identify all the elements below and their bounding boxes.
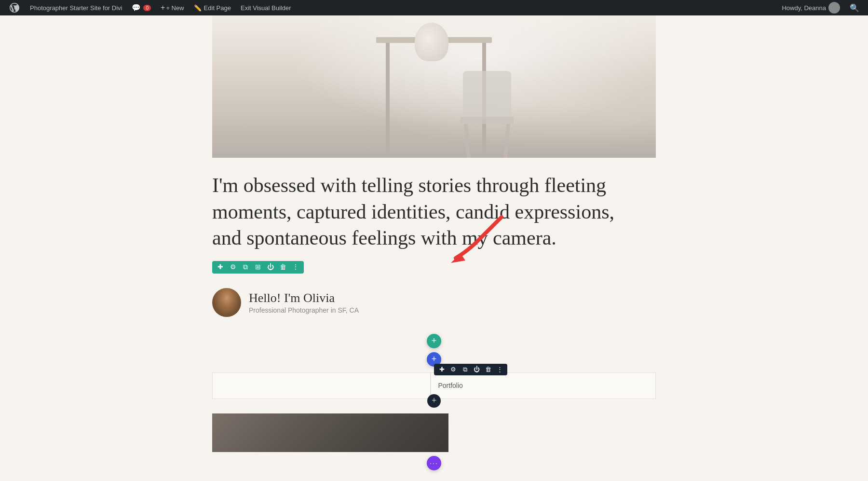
portfolio-text: Portfolio [438,382,463,389]
table-leg-left [386,43,390,158]
portfolio-left-cell [212,372,431,399]
portfolio-row-container: ✚ ⚙ ⧉ ⏻ 🗑 ⋮ Portfolio + [212,372,656,399]
new-label: + New [166,4,184,12]
user-avatar-small [828,2,840,14]
edit-page-button[interactable]: ✏️ Edit Page [189,0,236,15]
chair [458,71,516,158]
chair-back [463,71,511,119]
author-bio: Hello! I'm Olivia Professional Photograp… [212,288,656,317]
author-avatar-image [212,288,241,317]
toolbar-more-icon[interactable]: ⋮ [291,263,300,272]
hero-image-inner [212,15,656,158]
hero-furniture [338,23,530,158]
mid-section: + + ✚ ⚙ ⧉ ⏻ 🗑 ⋮ Po [212,334,656,399]
vase [415,23,448,61]
bottom-image [212,413,448,452]
chair-leg-1 [464,124,471,158]
howdy-text: Howdy, Deanna [782,4,826,12]
hero-image-section [0,15,868,158]
author-info: Hello! I'm Olivia Professional Photograp… [249,291,359,314]
toolbar-columns-icon[interactable]: ⊞ [254,263,262,272]
edit-page-label: Edit Page [204,4,231,12]
comment-bubble-icon: 💬 [132,3,141,12]
add-below-button[interactable]: + [427,394,441,408]
dark-toolbar-more-icon[interactable]: ⋮ [496,366,503,373]
hero-image [212,15,656,158]
toolbar-copy-icon[interactable]: ⧉ [241,263,250,272]
dark-toolbar-delete-icon[interactable]: 🗑 [484,366,492,373]
exit-vb-label: Exit Visual Builder [241,4,291,12]
toolbar-delete-icon[interactable]: 🗑 [279,263,287,272]
admin-bar-right: Howdy, Deanna 🔍 [777,0,864,15]
new-button[interactable]: + + New [156,0,189,15]
howdy-item[interactable]: Howdy, Deanna [777,0,845,15]
comments-bar-item[interactable]: 💬 0 [127,0,156,15]
chair-leg-2 [503,124,510,158]
divi-dark-toolbar[interactable]: ✚ ⚙ ⧉ ⏻ 🗑 ⋮ [434,364,507,375]
chair-seat [461,117,514,124]
dark-toolbar-copy-icon[interactable]: ⧉ [461,366,469,373]
wp-logo[interactable] [4,0,25,15]
main-quote: I'm obsessed with telling stories throug… [212,172,632,251]
add-section-area: + [212,334,656,348]
more-options-area: ··· [212,456,656,470]
bottom-section: ··· [212,413,656,470]
author-name: Hello! I'm Olivia [249,291,359,305]
dark-toolbar-toggle-icon[interactable]: ⏻ [473,366,480,373]
toolbar-add-icon[interactable]: ✚ [216,263,225,272]
pencil-icon: ✏️ [194,4,202,12]
exit-vb-button[interactable]: Exit Visual Builder [236,0,296,15]
dark-toolbar-settings-icon[interactable]: ⚙ [449,366,457,373]
add-section-teal-button[interactable]: + [427,334,441,348]
divi-module-toolbar[interactable]: ✚ ⚙ ⧉ ⊞ ⏻ 🗑 ⋮ [212,261,304,274]
portfolio-right-cell: Portfolio [431,372,656,399]
author-title: Professional Photographer in SF, CA [249,306,359,314]
search-icon-admin[interactable]: 🔍 [845,0,864,15]
admin-bar: Photographer Starter Site for Divi 💬 0 +… [0,0,868,15]
author-avatar [212,288,241,317]
site-name-bar[interactable]: Photographer Starter Site for Divi [25,0,127,15]
text-section: I'm obsessed with telling stories throug… [212,158,656,327]
more-options-button[interactable]: ··· [427,456,441,470]
plus-icon: + [161,3,165,12]
page-content: I'm obsessed with telling stories throug… [0,15,868,481]
site-name-text: Photographer Starter Site for Divi [30,4,122,12]
dark-toolbar-add-icon[interactable]: ✚ [438,366,446,373]
toolbar-settings-icon[interactable]: ⚙ [229,263,237,272]
comment-count-badge: 0 [143,5,151,11]
bottom-row [212,413,656,452]
toolbar-toggle-icon[interactable]: ⏻ [266,263,275,272]
